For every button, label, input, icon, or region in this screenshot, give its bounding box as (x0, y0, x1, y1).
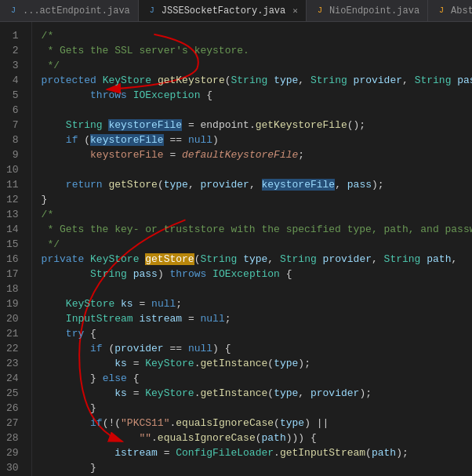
code-line-26: } (42, 401, 472, 416)
code-line-21: try { (42, 326, 472, 341)
code-line-19: KeyStore ks = null; (42, 296, 472, 311)
tab-icon-abstractht: J (436, 5, 447, 16)
tab-label-jssesocketfactory: JSSESocketFactory.java (162, 5, 285, 16)
code-line-22: if (provider == null) { (42, 341, 472, 356)
code-line-8: if (keystoreFile == null) (42, 133, 472, 147)
tab-abstractendpoint[interactable]: J ...actEndpoint.java (0, 0, 139, 21)
code-line-12: } (42, 192, 472, 207)
code-line-30: } (42, 460, 472, 475)
editor-container: J ...actEndpoint.java J JSSESocketFactor… (0, 0, 472, 476)
tab-label-abstractendpoint: ...actEndpoint.java (23, 5, 130, 16)
code-line-9: keystoreFile = defaultKeystoreFile; (42, 147, 472, 162)
code-line-27: if(!("PKCS11".equalsIgnoreCase(type) || (42, 416, 472, 431)
code-line-2: * Gets the SSL server's keystore. (42, 43, 472, 58)
tab-label-abstractht: AbstractHt... (451, 5, 472, 16)
tab-icon-abstractendpoint: J (8, 5, 19, 16)
code-line-5: throws IOException { (42, 88, 472, 103)
code-line-24: } else { (42, 371, 472, 386)
code-line-11: return getStore(type, provider, keystore… (42, 177, 472, 192)
tab-abstractht[interactable]: J AbstractHt... (428, 0, 472, 21)
code-line-15: */ (42, 237, 472, 252)
code-line-18 (42, 282, 472, 296)
code-line-13: /* (42, 207, 472, 222)
code-line-1: /* (42, 28, 472, 43)
code-line-16: private KeyStore getStore(String type, S… (42, 252, 472, 267)
code-line-3: */ (42, 58, 472, 73)
tab-label-nioendpoint: NioEndpoint.java (329, 5, 419, 16)
code-line-10 (42, 162, 472, 177)
line-numbers: 1 2 3 4 5 6 7 8 9 10 11 12 13 14 15 16 1… (0, 22, 32, 476)
editor-area: 1 2 3 4 5 6 7 8 9 10 11 12 13 14 15 16 1… (0, 22, 472, 476)
tab-jssesocketfactory[interactable]: J JSSESocketFactory.java ✕ (139, 0, 307, 21)
code-line-25: ks = KeyStore.getInstance(type, provider… (42, 386, 472, 401)
tab-icon-nioendpoint: J (314, 5, 325, 16)
code-line-29: istream = ConfigFileLoader.getInputStrea… (42, 445, 472, 460)
code-line-17: String pass) throws IOException { (42, 267, 472, 282)
code-line-20: InputStream istream = null; (42, 311, 472, 326)
code-line-4: protected KeyStore getKeystore(String ty… (42, 73, 472, 88)
code-line-6 (42, 103, 472, 118)
tab-nioendpoint[interactable]: J NioEndpoint.java (307, 0, 428, 21)
code-content[interactable]: /* * Gets the SSL server's keystore. */ … (32, 22, 472, 476)
code-line-14: * Gets the key- or truststore with the s… (42, 222, 472, 237)
tab-bar: J ...actEndpoint.java J JSSESocketFactor… (0, 0, 472, 22)
code-line-23: ks = KeyStore.getInstance(type); (42, 356, 472, 371)
tab-icon-jssesocketfactory: J (147, 5, 158, 16)
code-line-28: "".equalsIgnoreCase(path))) { (42, 431, 472, 445)
code-line-7: String keystoreFile = endpoint.getKeysto… (42, 118, 472, 133)
tab-close-jssesocketfactory[interactable]: ✕ (292, 5, 298, 16)
